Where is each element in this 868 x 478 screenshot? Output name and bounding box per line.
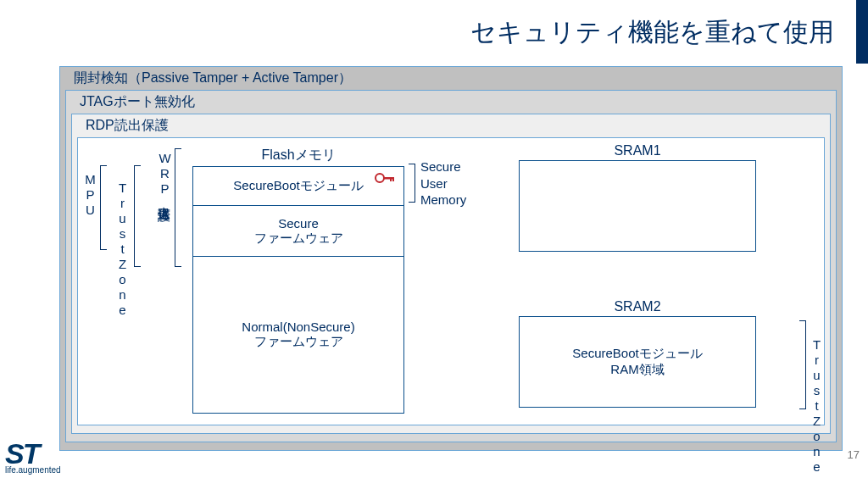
trustzone-right-label: TrustZone	[810, 337, 824, 475]
sram1-box	[519, 160, 756, 252]
sum-l1: Secure	[420, 158, 466, 175]
logo-tagline: life.augmented	[5, 465, 61, 475]
mpu-label: MPU	[83, 172, 97, 218]
secureboot-label: SecureBootモジュール	[233, 178, 363, 194]
sram1-title: SRAM1	[519, 143, 756, 160]
mpu-bracket	[100, 165, 107, 250]
sum-l2: User	[420, 175, 466, 192]
normalfw-row: Normal(NonSecure) ファームウェア	[193, 257, 403, 413]
flash-memory-group: Flashメモリ SecureBootモジュール	[192, 147, 404, 414]
svg-point-0	[376, 174, 384, 182]
layer-rdp-label: RDP読出保護	[77, 114, 825, 137]
trustzone-left-label: TrustZone	[115, 181, 130, 318]
accent-bar	[856, 0, 868, 64]
layer-rdp: RDP読出保護 MPU TrustZone WRP書込保護 Flashメモリ S…	[71, 114, 831, 434]
secure-user-memory-label: Secure User Memory	[420, 158, 466, 208]
layer-jtag: JTAGポート無効化 RDP読出保護 MPU TrustZone WRP書込保護…	[65, 90, 837, 442]
flash-box: SecureBootモジュール	[192, 166, 404, 414]
slide-title: セキュリティ機能を重ねて使用	[470, 15, 834, 50]
sram2-content-l1: SecureBootモジュール	[572, 346, 702, 362]
layer-tamper: 開封検知（Passive Tamper + Active Tamper） JTA…	[59, 66, 843, 451]
trustzone-left-bracket	[134, 165, 141, 267]
normal-l2: ファームウェア	[254, 334, 343, 350]
page-number: 17	[848, 448, 860, 461]
diagram-container: 開封検知（Passive Tamper + Active Tamper） JTA…	[59, 66, 843, 451]
key-icon	[375, 172, 395, 186]
securefw-l2: ファームウェア	[254, 231, 343, 247]
sram2-content-l2: RAM領域	[610, 362, 664, 378]
wrp-bracket	[175, 148, 181, 267]
svg-rect-2	[390, 177, 392, 181]
wrp-label: WRP書込保護	[156, 151, 172, 200]
sram2-group: SRAM2 SecureBootモジュール RAM領域	[519, 299, 756, 408]
sram2-box: SecureBootモジュール RAM領域	[519, 316, 756, 408]
securefw-row: Secure ファームウェア	[193, 206, 403, 257]
sum-bracket	[409, 164, 415, 203]
flash-title: Flashメモリ	[192, 147, 404, 166]
svg-rect-1	[383, 177, 393, 180]
trustzone-right-bracket	[799, 320, 806, 409]
svg-rect-3	[392, 177, 394, 181]
sram2-title: SRAM2	[519, 299, 756, 316]
logo: ST life.augmented	[5, 442, 61, 475]
layer-tamper-label: 開封検知（Passive Tamper + Active Tamper）	[65, 67, 837, 90]
sram1-group: SRAM1	[519, 143, 756, 252]
securefw-l1: Secure	[278, 216, 319, 231]
layer-jtag-label: JTAGポート無効化	[71, 91, 831, 114]
sum-l3: Memory	[420, 192, 466, 208]
normal-l1: Normal(NonSecure)	[242, 320, 354, 334]
secureboot-row: SecureBootモジュール	[193, 167, 403, 206]
layer-inner: MPU TrustZone WRP書込保護 Flashメモリ SecureBoo…	[77, 137, 825, 425]
